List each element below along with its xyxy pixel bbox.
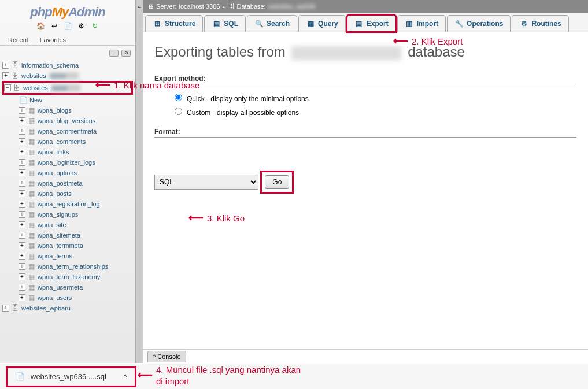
chevron-up-icon: ^ [153, 353, 156, 360]
nav-tab-recent[interactable]: Recent [2, 35, 34, 45]
table-wpna_term_taxonomy[interactable]: +▦wpna_term_taxonomy [2, 272, 133, 282]
breadcrumb-db-link[interactable]: websites_wp636 [268, 3, 315, 10]
reload-icon[interactable]: ↻ [90, 22, 99, 31]
logo-php: php [30, 5, 51, 19]
tab-import[interactable]: ▥Import [397, 15, 446, 32]
tab-routines[interactable]: ⚙Routines [512, 15, 568, 32]
nav-tab-favorites[interactable]: Favorites [34, 35, 72, 45]
database-icon: 🗄 [10, 303, 20, 313]
breadcrumb-server-link[interactable]: localhost:3306 [179, 3, 220, 10]
table-wpna_signups[interactable]: +▦wpna_signups [2, 209, 133, 220]
database-icon: 🗄 [10, 61, 20, 70]
import-icon: ▥ [405, 19, 414, 28]
db-information_schema[interactable]: +🗄information_schema [2, 60, 133, 71]
expand-icon[interactable]: + [2, 72, 9, 79]
export-icon: ▤ [354, 19, 364, 28]
expand-icon[interactable]: + [19, 294, 25, 301]
table-icon: ▦ [27, 220, 36, 229]
expand-icon[interactable]: + [19, 149, 25, 155]
export-custom-radio[interactable] [175, 108, 182, 115]
expand-icon[interactable]: + [19, 232, 25, 239]
chevron-up-icon[interactable]: ^ [124, 373, 127, 381]
table-icon: ▦ [27, 251, 36, 261]
table-icon: ▦ [27, 241, 36, 250]
table-icon: ▦ [27, 179, 36, 188]
expand-icon[interactable]: + [19, 242, 25, 249]
expand-icon[interactable]: + [19, 180, 25, 187]
database-icon: 🗄 [12, 83, 21, 92]
home-icon[interactable]: 🏠 [36, 22, 45, 31]
database-icon: 🗄 [10, 71, 20, 80]
expand-icon[interactable]: + [19, 253, 25, 260]
new-table[interactable]: 📄New [2, 95, 133, 105]
expand-icon[interactable]: + [19, 128, 25, 135]
expand-icon[interactable]: + [19, 159, 25, 166]
db-websites_wpbaru[interactable]: +🗄websites_wpbaru [2, 303, 133, 313]
collapse-all-icon[interactable]: − [109, 50, 119, 57]
expand-icon[interactable]: + [19, 107, 25, 114]
table-wpna_options[interactable]: +▦wpna_options [2, 168, 133, 178]
main-tabs: ⊞Structure▤SQL🔍Search▦Query▤Export▥Impor… [143, 13, 588, 32]
table-wpna_usermeta[interactable]: +▦wpna_usermeta [2, 282, 133, 292]
expand-icon[interactable]: + [19, 263, 25, 270]
table-wpna_links[interactable]: +▦wpna_links [2, 147, 133, 157]
table-wpna_blog_versions[interactable]: +▦wpna_blog_versions [2, 116, 133, 126]
expand-icon[interactable]: + [19, 190, 25, 197]
db-websites_[interactable]: −🗄websites_xxxxx [2, 81, 133, 95]
table-wpna_sitemeta[interactable]: +▦wpna_sitemeta [2, 230, 133, 240]
table-wpna_commentmeta[interactable]: +▦wpna_commentmeta [2, 126, 133, 136]
settings-icon[interactable]: ⚙ [76, 22, 86, 31]
expand-icon[interactable]: + [19, 138, 25, 145]
table-wpna_users[interactable]: +▦wpna_users [2, 292, 133, 303]
table-wpna_loginizer_logs[interactable]: +▦wpna_loginizer_logs [2, 157, 133, 168]
logo-my: My [52, 5, 69, 19]
table-icon: ▦ [27, 189, 36, 198]
table-icon: ▦ [27, 199, 36, 209]
tab-export[interactable]: ▤Export [347, 15, 396, 32]
table-wpna_site[interactable]: +▦wpna_site [2, 220, 133, 230]
expand-icon[interactable]: + [2, 305, 9, 312]
table-wpna_comments[interactable]: +▦wpna_comments [2, 136, 133, 147]
exit-icon[interactable]: ↩ [50, 22, 59, 31]
table-wpna_blogs[interactable]: +▦wpna_blogs [2, 105, 133, 116]
db-websites_[interactable]: +🗄websites_xxxxx [2, 71, 133, 81]
expand-icon[interactable]: + [19, 211, 25, 218]
console-toggle[interactable]: ^ Console [147, 351, 186, 362]
expand-icon[interactable]: + [19, 201, 25, 208]
table-icon: ▦ [27, 147, 36, 157]
download-chip[interactable]: 📄 websites_wp636 ....sql ^ [6, 366, 136, 387]
table-wpna_registration_log[interactable]: +▦wpna_registration_log [2, 199, 133, 209]
table-wpna_terms[interactable]: +▦wpna_terms [2, 251, 133, 261]
query-icon: ▦ [306, 19, 315, 28]
expand-icon[interactable]: + [19, 273, 25, 280]
search-icon: 🔍 [254, 19, 264, 28]
logo[interactable]: phpMyAdmin [0, 0, 135, 21]
tab-sql[interactable]: ▤SQL [204, 15, 246, 32]
docs-icon[interactable]: 📄 [63, 22, 72, 31]
export-quick-option[interactable]: Quick - display only the minimal options [175, 95, 309, 103]
expand-icon[interactable]: + [2, 62, 9, 69]
database-tree: +🗄information_schema+🗄websites_xxxxx−🗄we… [0, 59, 135, 314]
export-quick-radio[interactable] [175, 94, 182, 101]
table-wpna_postmeta[interactable]: +▦wpna_postmeta [2, 178, 133, 188]
go-button[interactable]: Go [265, 175, 289, 189]
expand-icon[interactable]: + [19, 221, 25, 228]
tab-operations[interactable]: 🔧Operations [447, 15, 511, 32]
sidebar-toggle[interactable]: ← [136, 0, 143, 363]
nav-tabs: Recent Favorites [0, 35, 135, 46]
breadcrumb-server-label: Server: [156, 3, 176, 10]
export-custom-option[interactable]: Custom - display all possible options [175, 109, 299, 117]
expand-icon[interactable]: + [19, 169, 25, 176]
tab-search[interactable]: 🔍Search [247, 15, 297, 32]
tab-structure[interactable]: ⊞Structure [145, 15, 203, 32]
expand-icon[interactable]: + [19, 284, 25, 291]
table-wpna_posts[interactable]: +▦wpna_posts [2, 188, 133, 199]
tab-query[interactable]: ▦Query [298, 15, 346, 32]
unlink-icon[interactable]: ⊘ [121, 50, 131, 57]
table-wpna_term_relationships[interactable]: +▦wpna_term_relationships [2, 261, 133, 272]
expand-icon[interactable]: + [19, 117, 25, 124]
expand-icon[interactable]: − [4, 84, 11, 91]
download-bar: 📄 websites_wp636 ....sql ^ [0, 364, 588, 389]
table-wpna_termmeta[interactable]: +▦wpna_termmeta [2, 240, 133, 251]
format-select[interactable]: SQL [154, 175, 258, 190]
